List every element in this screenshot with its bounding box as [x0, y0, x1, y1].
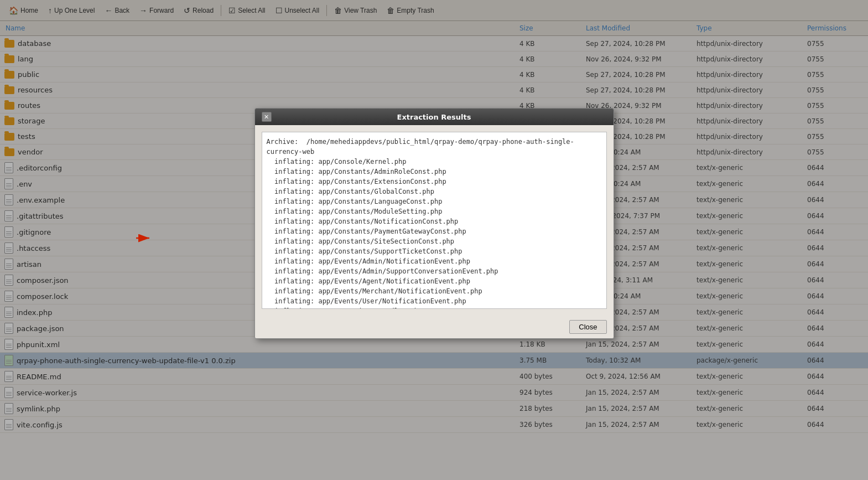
modal-body: Archive: /home/mehediappdevs/public_html… — [255, 125, 614, 316]
modal-footer: Close — [255, 316, 614, 338]
extraction-output[interactable]: Archive: /home/mehediappdevs/public_html… — [262, 132, 607, 309]
modal-title: Extraction Results — [272, 113, 597, 121]
extraction-results-dialog: ✕ Extraction Results Archive: /home/mehe… — [254, 108, 614, 339]
close-button[interactable]: Close — [569, 320, 606, 334]
modal-titlebar: ✕ Extraction Results — [255, 109, 614, 125]
modal-close-x-button[interactable]: ✕ — [262, 112, 272, 122]
modal-overlay: ✕ Extraction Results Archive: /home/mehe… — [0, 0, 868, 480]
